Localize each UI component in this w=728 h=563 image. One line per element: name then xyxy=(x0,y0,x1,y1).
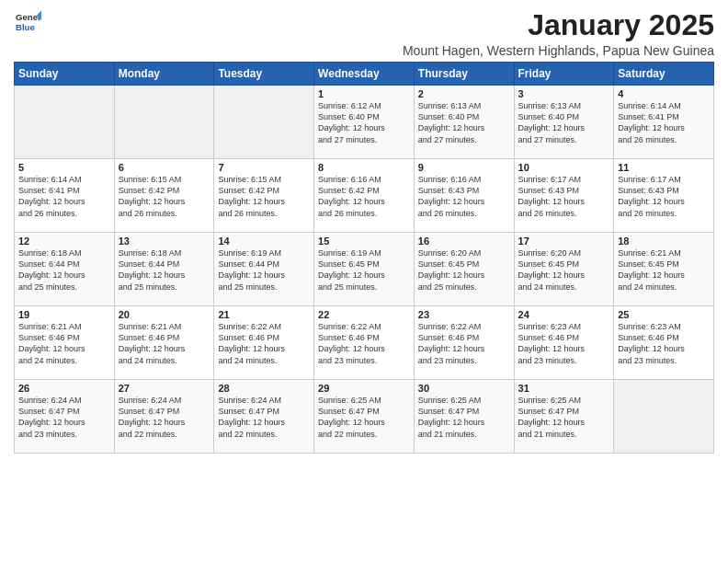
calendar-cell xyxy=(15,86,115,159)
calendar-cell: 27Sunrise: 6:24 AM Sunset: 6:47 PM Dayli… xyxy=(114,380,214,454)
calendar-cell: 28Sunrise: 6:24 AM Sunset: 6:47 PM Dayli… xyxy=(214,380,314,454)
day-info: Sunrise: 6:25 AM Sunset: 6:47 PM Dayligh… xyxy=(418,395,510,440)
day-info: Sunrise: 6:21 AM Sunset: 6:46 PM Dayligh… xyxy=(119,321,210,366)
day-info: Sunrise: 6:19 AM Sunset: 6:45 PM Dayligh… xyxy=(318,247,410,293)
day-header-tuesday: Tuesday xyxy=(214,63,314,86)
day-info: Sunrise: 6:20 AM Sunset: 6:45 PM Dayligh… xyxy=(418,247,510,293)
day-info: Sunrise: 6:14 AM Sunset: 6:41 PM Dayligh… xyxy=(18,174,110,219)
calendar-cell: 19Sunrise: 6:21 AM Sunset: 6:46 PM Dayli… xyxy=(15,306,115,380)
logo-icon: General Blue xyxy=(16,9,41,35)
calendar-cell: 11Sunrise: 6:17 AM Sunset: 6:43 PM Dayli… xyxy=(614,159,714,233)
day-number: 25 xyxy=(618,309,710,320)
day-number: 14 xyxy=(218,236,310,247)
day-number: 7 xyxy=(218,162,310,173)
day-info: Sunrise: 6:15 AM Sunset: 6:42 PM Dayligh… xyxy=(218,174,310,219)
calendar-cell: 12Sunrise: 6:18 AM Sunset: 6:44 PM Dayli… xyxy=(15,233,115,306)
day-number: 28 xyxy=(218,383,310,394)
calendar-cell: 15Sunrise: 6:19 AM Sunset: 6:45 PM Dayli… xyxy=(314,233,415,306)
calendar-cell: 23Sunrise: 6:22 AM Sunset: 6:46 PM Dayli… xyxy=(414,306,514,380)
day-info: Sunrise: 6:13 AM Sunset: 6:40 PM Dayligh… xyxy=(418,100,510,145)
calendar-cell: 13Sunrise: 6:18 AM Sunset: 6:44 PM Dayli… xyxy=(114,233,214,306)
calendar-cell: 9Sunrise: 6:16 AM Sunset: 6:43 PM Daylig… xyxy=(414,159,514,233)
day-info: Sunrise: 6:20 AM Sunset: 6:45 PM Dayligh… xyxy=(518,247,610,293)
day-header-sunday: Sunday xyxy=(15,63,115,86)
day-number: 24 xyxy=(518,309,610,320)
calendar-cell: 22Sunrise: 6:22 AM Sunset: 6:46 PM Dayli… xyxy=(314,306,415,380)
day-number: 12 xyxy=(18,236,110,247)
day-number: 29 xyxy=(318,383,410,394)
day-number: 30 xyxy=(418,383,510,394)
day-info: Sunrise: 6:22 AM Sunset: 6:46 PM Dayligh… xyxy=(418,321,510,366)
day-info: Sunrise: 6:21 AM Sunset: 6:45 PM Dayligh… xyxy=(618,247,710,293)
day-info: Sunrise: 6:23 AM Sunset: 6:46 PM Dayligh… xyxy=(518,321,610,366)
day-header-thursday: Thursday xyxy=(414,63,514,86)
calendar-table: SundayMondayTuesdayWednesdayThursdayFrid… xyxy=(14,62,714,454)
day-info: Sunrise: 6:22 AM Sunset: 6:46 PM Dayligh… xyxy=(318,321,410,366)
day-info: Sunrise: 6:24 AM Sunset: 6:47 PM Dayligh… xyxy=(218,395,310,440)
day-info: Sunrise: 6:15 AM Sunset: 6:42 PM Dayligh… xyxy=(119,174,210,219)
day-number: 8 xyxy=(318,162,410,173)
calendar-cell: 1Sunrise: 6:12 AM Sunset: 6:40 PM Daylig… xyxy=(314,86,415,159)
logo: General Blue xyxy=(14,9,41,39)
svg-text:Blue: Blue xyxy=(16,22,35,32)
day-number: 26 xyxy=(18,383,110,394)
calendar-cell: 18Sunrise: 6:21 AM Sunset: 6:45 PM Dayli… xyxy=(614,233,714,306)
day-info: Sunrise: 6:14 AM Sunset: 6:41 PM Dayligh… xyxy=(618,100,710,145)
calendar-cell: 16Sunrise: 6:20 AM Sunset: 6:45 PM Dayli… xyxy=(414,233,514,306)
calendar-cell: 14Sunrise: 6:19 AM Sunset: 6:44 PM Dayli… xyxy=(214,233,314,306)
day-info: Sunrise: 6:25 AM Sunset: 6:47 PM Dayligh… xyxy=(518,395,610,440)
calendar-cell: 30Sunrise: 6:25 AM Sunset: 6:47 PM Dayli… xyxy=(414,380,514,454)
calendar-cell: 31Sunrise: 6:25 AM Sunset: 6:47 PM Dayli… xyxy=(514,380,614,454)
day-number: 22 xyxy=(318,309,410,320)
day-info: Sunrise: 6:24 AM Sunset: 6:47 PM Dayligh… xyxy=(18,395,110,440)
calendar-cell: 17Sunrise: 6:20 AM Sunset: 6:45 PM Dayli… xyxy=(514,233,614,306)
calendar-cell: 24Sunrise: 6:23 AM Sunset: 6:46 PM Dayli… xyxy=(514,306,614,380)
calendar-cell: 5Sunrise: 6:14 AM Sunset: 6:41 PM Daylig… xyxy=(15,159,115,233)
day-number: 10 xyxy=(518,162,610,173)
day-header-monday: Monday xyxy=(114,63,214,86)
svg-text:General: General xyxy=(16,12,41,22)
day-number: 21 xyxy=(218,309,310,320)
day-number: 9 xyxy=(418,162,510,173)
day-number: 20 xyxy=(119,309,210,320)
calendar-cell: 6Sunrise: 6:15 AM Sunset: 6:42 PM Daylig… xyxy=(114,159,214,233)
day-number: 19 xyxy=(18,309,110,320)
day-info: Sunrise: 6:17 AM Sunset: 6:43 PM Dayligh… xyxy=(518,174,610,219)
day-info: Sunrise: 6:12 AM Sunset: 6:40 PM Dayligh… xyxy=(318,100,410,145)
calendar-cell xyxy=(214,86,314,159)
day-info: Sunrise: 6:16 AM Sunset: 6:42 PM Dayligh… xyxy=(318,174,410,219)
day-info: Sunrise: 6:13 AM Sunset: 6:40 PM Dayligh… xyxy=(518,100,610,145)
day-number: 11 xyxy=(618,162,710,173)
calendar-cell: 4Sunrise: 6:14 AM Sunset: 6:41 PM Daylig… xyxy=(614,86,714,159)
day-info: Sunrise: 6:21 AM Sunset: 6:46 PM Dayligh… xyxy=(18,321,110,366)
day-number: 27 xyxy=(119,383,210,394)
calendar-cell xyxy=(114,86,214,159)
day-info: Sunrise: 6:18 AM Sunset: 6:44 PM Dayligh… xyxy=(18,247,110,293)
day-header-wednesday: Wednesday xyxy=(314,63,415,86)
calendar-cell xyxy=(614,380,714,454)
day-number: 18 xyxy=(618,236,710,247)
day-info: Sunrise: 6:18 AM Sunset: 6:44 PM Dayligh… xyxy=(119,247,210,293)
day-number: 4 xyxy=(618,88,710,99)
day-number: 31 xyxy=(518,383,610,394)
day-header-saturday: Saturday xyxy=(614,63,714,86)
calendar-cell: 26Sunrise: 6:24 AM Sunset: 6:47 PM Dayli… xyxy=(15,380,115,454)
day-info: Sunrise: 6:24 AM Sunset: 6:47 PM Dayligh… xyxy=(119,395,210,440)
day-number: 23 xyxy=(418,309,510,320)
calendar-cell: 2Sunrise: 6:13 AM Sunset: 6:40 PM Daylig… xyxy=(414,86,514,159)
day-number: 2 xyxy=(418,88,510,99)
day-number: 5 xyxy=(18,162,110,173)
calendar-cell: 8Sunrise: 6:16 AM Sunset: 6:42 PM Daylig… xyxy=(314,159,415,233)
calendar-cell: 10Sunrise: 6:17 AM Sunset: 6:43 PM Dayli… xyxy=(514,159,614,233)
day-number: 13 xyxy=(119,236,210,247)
day-number: 16 xyxy=(418,236,510,247)
calendar-cell: 25Sunrise: 6:23 AM Sunset: 6:46 PM Dayli… xyxy=(614,306,714,380)
day-number: 6 xyxy=(119,162,210,173)
day-number: 3 xyxy=(518,88,610,99)
day-info: Sunrise: 6:23 AM Sunset: 6:46 PM Dayligh… xyxy=(618,321,710,366)
calendar-cell: 7Sunrise: 6:15 AM Sunset: 6:42 PM Daylig… xyxy=(214,159,314,233)
calendar-cell: 3Sunrise: 6:13 AM Sunset: 6:40 PM Daylig… xyxy=(514,86,614,159)
day-info: Sunrise: 6:17 AM Sunset: 6:43 PM Dayligh… xyxy=(618,174,710,219)
day-info: Sunrise: 6:19 AM Sunset: 6:44 PM Dayligh… xyxy=(218,247,310,293)
calendar-cell: 21Sunrise: 6:22 AM Sunset: 6:46 PM Dayli… xyxy=(214,306,314,380)
